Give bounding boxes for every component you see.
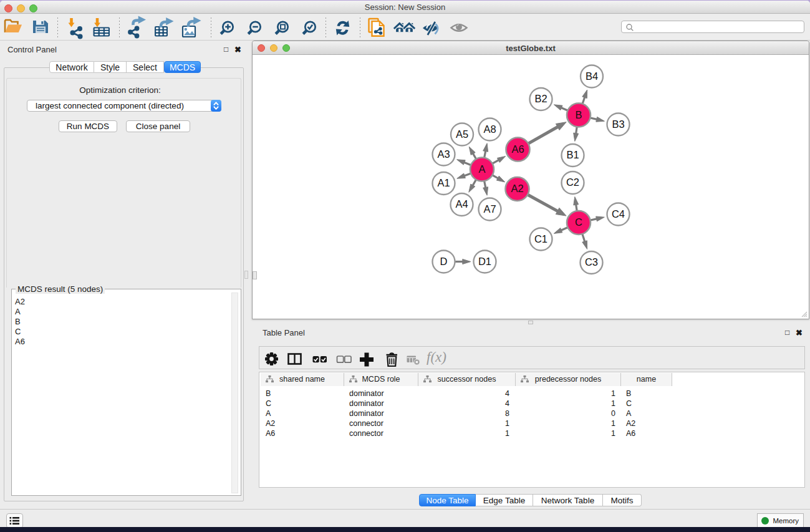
svg-text:A8: A8 [483, 123, 496, 135]
svg-text:B3: B3 [612, 118, 624, 130]
svg-text:A3: A3 [437, 148, 450, 160]
svg-text:C4: C4 [612, 208, 625, 220]
svg-text:C2: C2 [566, 177, 579, 188]
svg-text:C3: C3 [585, 256, 598, 268]
svg-text:B4: B4 [586, 70, 598, 82]
svg-text:B2: B2 [534, 93, 547, 104]
svg-text:A1: A1 [437, 177, 450, 188]
svg-text:A7: A7 [483, 203, 496, 215]
svg-text:B1: B1 [566, 149, 579, 160]
svg-text:B: B [575, 109, 582, 120]
svg-text:D1: D1 [478, 256, 491, 267]
svg-text:A6: A6 [511, 143, 524, 155]
svg-text:A4: A4 [455, 198, 468, 210]
svg-text:D: D [440, 256, 448, 267]
svg-text:A2: A2 [511, 183, 523, 194]
svg-text:A5: A5 [456, 128, 468, 140]
svg-text:A: A [478, 163, 485, 175]
svg-text:C: C [575, 216, 582, 228]
svg-text:C1: C1 [534, 233, 547, 244]
